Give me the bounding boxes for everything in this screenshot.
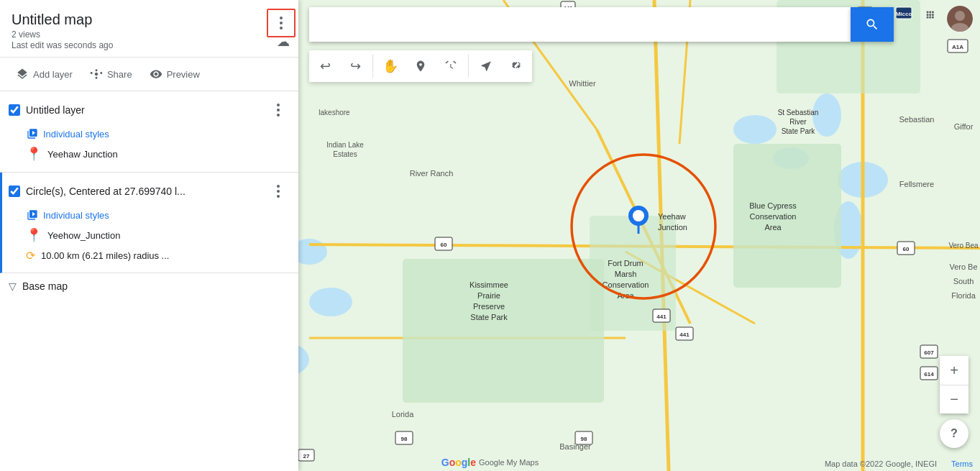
cloud-icon: ☁ [277, 34, 290, 50]
search-input[interactable] [309, 7, 851, 42]
layer-2-circle-1[interactable]: ⟳ 10.00 km (6.21 miles) radius ... [26, 246, 290, 265]
layer-2-place-1[interactable]: 📍 Yeehow_Junction [26, 224, 290, 246]
svg-point-62 [633, 210, 644, 221]
layer-2-style[interactable]: Individual styles [26, 206, 290, 224]
svg-text:Estates: Estates [333, 150, 357, 158]
svg-text:State Park: State Park [782, 127, 816, 135]
layer-2-menu-button[interactable] [267, 180, 290, 203]
layers-icon [16, 68, 29, 81]
layer-1-place-1[interactable]: 📍 Yeehaw Junction [26, 143, 290, 165]
svg-text:98: 98 [581, 436, 587, 442]
svg-text:State Park: State Park [470, 313, 508, 321]
undo-button[interactable]: ↩ [311, 52, 339, 81]
layer-1-three-dots-icon [277, 104, 280, 116]
header-menu-button[interactable] [267, 9, 296, 37]
share-icon [90, 68, 103, 81]
map-title: Untitled map [12, 12, 287, 28]
individual-styles-icon-2 [26, 209, 39, 221]
layers-container: Untitled layer Individual styles 📍 Yeeha… [0, 91, 298, 471]
layer-1-menu-button[interactable] [267, 99, 290, 122]
zoom-out-button[interactable]: − [940, 385, 968, 413]
pan-button[interactable]: ✋ [376, 52, 405, 81]
svg-text:Vero Bea: Vero Bea [948, 242, 979, 250]
line-icon [444, 60, 457, 73]
tool-separator-1 [372, 55, 373, 78]
toolbar-row: Add layer Share Preview [0, 58, 298, 91]
place-pin-icon-2: 📍 [26, 227, 42, 243]
layer-1-checkbox[interactable] [9, 104, 20, 116]
layer-2-three-dots-icon [277, 185, 280, 198]
search-bar [309, 7, 894, 42]
svg-text:607: 607 [924, 349, 934, 356]
marker-button[interactable] [406, 52, 435, 81]
ruler-icon [510, 60, 523, 73]
svg-text:lakeshore: lakeshore [319, 109, 350, 116]
sidebar: Untitled map 2 views Last edit was secon… [0, 0, 298, 471]
svg-text:Marsh: Marsh [615, 270, 637, 278]
line-button[interactable] [436, 52, 465, 81]
route-icon [480, 60, 493, 73]
mymaps-label: Google My Maps [479, 458, 539, 467]
zoom-in-button[interactable]: + [940, 356, 968, 385]
search-button[interactable] [851, 7, 894, 42]
basemap-collapse-icon: ▽ [9, 280, 17, 292]
place-1-name: Yeehaw Junction [47, 149, 118, 160]
svg-text:60: 60 [903, 246, 910, 252]
map-views: 2 views [12, 29, 287, 40]
add-layer-button[interactable]: Add layer [9, 63, 80, 85]
user-avatar[interactable] [947, 6, 973, 32]
svg-text:Junction: Junction [658, 223, 687, 232]
circle-1-label: 10.00 km (6.21 miles) radius ... [41, 250, 169, 261]
add-layer-label: Add layer [33, 69, 73, 80]
svg-text:Conservation: Conservation [750, 212, 797, 221]
map-last-edit: Last edit was seconds ago [12, 40, 287, 50]
svg-text:Yeehaw: Yeehaw [658, 212, 686, 221]
svg-text:614: 614 [924, 371, 934, 378]
apps-icon[interactable] [924, 7, 940, 27]
svg-point-1 [733, 115, 777, 144]
preview-label: Preview [167, 69, 200, 80]
svg-text:Lorida: Lorida [392, 410, 414, 419]
svg-text:Fort Drum: Fort Drum [608, 259, 644, 267]
svg-text:Florida: Florida [951, 291, 976, 300]
individual-styles-icon-1 [26, 127, 39, 140]
place-pin-icon-1: 📍 [26, 146, 42, 162]
layer-1-style[interactable]: Individual styles [26, 124, 290, 143]
place-2-name: Yeehow_Junction [47, 230, 120, 241]
svg-text:Preserve: Preserve [473, 302, 505, 311]
ruler-button[interactable] [502, 52, 531, 81]
map-attribution-right: Map data ©2022 Google, INEGI [825, 459, 937, 468]
avatar-image [947, 6, 973, 32]
svg-text:St Sebastian: St Sebastian [778, 109, 819, 116]
svg-text:441: 441 [679, 331, 690, 338]
svg-text:Conservation: Conservation [603, 280, 649, 289]
help-button[interactable]: ? [940, 419, 968, 448]
svg-text:Giffor: Giffor [954, 122, 974, 131]
svg-text:South: South [953, 277, 974, 285]
preview-button[interactable]: Preview [142, 63, 207, 85]
svg-point-101 [955, 11, 965, 21]
share-button[interactable]: Share [83, 63, 139, 85]
map-header: Untitled map 2 views Last edit was secon… [0, 0, 298, 58]
google-logo: Google [441, 457, 476, 468]
svg-text:60: 60 [441, 242, 447, 248]
layer-1-style-label: Individual styles [43, 129, 109, 140]
svg-text:River: River [789, 118, 807, 126]
layer-1-name: Untitled layer [26, 104, 261, 116]
redo-button[interactable]: ↪ [341, 52, 370, 81]
layer-2: Circle(s), Centered at 27.699740 l... In… [0, 173, 298, 273]
svg-text:Kissimmee: Kissimmee [470, 280, 508, 289]
map-meta: 2 views Last edit was seconds ago [12, 29, 287, 50]
svg-text:441: 441 [656, 314, 667, 320]
svg-text:Area: Area [764, 223, 782, 232]
route-button[interactable] [472, 52, 500, 81]
tool-separator-2 [468, 55, 469, 78]
circle-icon: ⟳ [26, 249, 35, 262]
layer-2-checkbox[interactable] [9, 186, 20, 197]
terms-link[interactable]: Terms [951, 459, 973, 468]
layer-1-header: Untitled layer [9, 99, 290, 122]
basemap-item[interactable]: ▽ Base map [0, 273, 298, 299]
layer-1: Untitled layer Individual styles 📍 Yeeha… [0, 91, 298, 173]
svg-point-7 [309, 288, 352, 316]
preview-icon [150, 68, 162, 81]
